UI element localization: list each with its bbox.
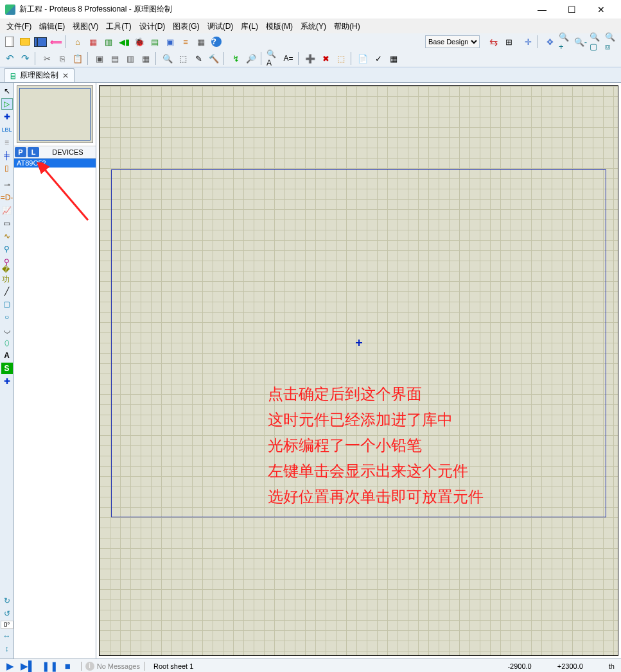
wire-autoroute-button[interactable]: ↯ <box>229 51 243 65</box>
swap-sheet-button[interactable]: ⇆ <box>486 35 500 49</box>
terminals-button[interactable]: ⊸ <box>1 179 13 191</box>
source-code-button[interactable]: ◀▮ <box>117 35 131 49</box>
menu-template[interactable]: 模版(M) <box>262 20 297 33</box>
component-mode-button[interactable]: ▷ <box>1 98 13 110</box>
new-sheet-button[interactable]: ➕ <box>303 51 317 65</box>
text-2d-button[interactable]: A <box>1 350 13 361</box>
sim-step-button[interactable]: ▶▌ <box>21 660 35 672</box>
new-file-button[interactable] <box>3 35 17 49</box>
block-copy-button[interactable]: ▣ <box>92 51 107 65</box>
line-2d-button[interactable]: ╱ <box>1 286 13 297</box>
design-select[interactable]: Base Design <box>425 35 480 48</box>
zoom-out-button[interactable]: 🔍- <box>573 35 588 49</box>
rotate-cw-button[interactable]: ↻ <box>1 595 13 607</box>
rotate-ccw-button[interactable]: ↺ <box>1 608 13 619</box>
voltage-probe-button[interactable]: ⚲ <box>1 243 13 255</box>
undo-button[interactable]: ↶ <box>3 51 17 65</box>
sim-pause-button[interactable]: ❚❚ <box>42 660 58 672</box>
block-delete-button[interactable]: ▦ <box>139 51 153 65</box>
device-item[interactable]: AT89C52 <box>14 159 96 168</box>
block-rotate-button[interactable]: ▥ <box>123 51 137 65</box>
messages-text[interactable]: No Messages <box>97 662 140 670</box>
zoom-area-button[interactable]: 🔍⧈ <box>604 35 618 49</box>
property-assign-button[interactable]: A= <box>281 51 295 65</box>
design-explorer-button[interactable]: ▤ <box>148 35 162 49</box>
help-button[interactable]: ? <box>209 35 223 49</box>
bill-of-materials-button[interactable]: 📄 <box>356 51 370 65</box>
erc-button[interactable]: ✓ <box>371 51 385 65</box>
libraries-button[interactable]: L <box>28 147 39 157</box>
generator-mode-button[interactable]: ∿ <box>1 230 13 242</box>
menu-edit[interactable]: 编辑(E) <box>35 20 69 33</box>
find-text-button[interactable]: 🔍A <box>266 51 280 65</box>
menu-tools[interactable]: 工具(T) <box>102 20 135 33</box>
subcircuit-button[interactable]: ▯ <box>1 162 13 174</box>
menu-help[interactable]: 帮助(H) <box>330 20 364 33</box>
tab-close-button[interactable]: ✕ <box>61 71 70 80</box>
close-project-button[interactable]: ⟸ <box>49 35 63 49</box>
grid-button[interactable]: ⊞ <box>502 35 516 49</box>
decompose-button[interactable]: 🔨 <box>207 51 221 65</box>
save-button[interactable] <box>33 35 48 49</box>
3d-view-button[interactable]: ▣ <box>163 35 177 49</box>
origin-button[interactable]: ✛ <box>521 35 535 49</box>
block-move-button[interactable]: ▤ <box>108 51 122 65</box>
sim-play-button[interactable]: ▶ <box>6 660 14 672</box>
graph-mode-button[interactable]: 📈 <box>1 205 13 216</box>
menu-library[interactable]: 库(L) <box>237 20 262 33</box>
open-file-button[interactable] <box>18 35 32 49</box>
selection-mode-button[interactable]: ↖ <box>1 85 13 97</box>
debug-button[interactable]: 🐞 <box>132 35 146 49</box>
arc-2d-button[interactable]: ◡ <box>1 324 13 336</box>
exit-to-parent-button[interactable]: ⬚ <box>334 51 348 65</box>
zoom-in-button[interactable]: 🔍+ <box>558 35 572 49</box>
box-2d-button[interactable]: ▢ <box>1 298 13 310</box>
menu-file[interactable]: 文件(F) <box>3 20 35 33</box>
home-button[interactable]: ⌂ <box>71 35 85 49</box>
symbol-2d-button[interactable]: S <box>1 363 13 374</box>
junction-mode-button[interactable]: ✚ <box>1 111 13 123</box>
device-pins-button[interactable]: =D- <box>1 192 13 203</box>
marker-2d-button[interactable]: ✚ <box>1 375 13 387</box>
gerber-button[interactable]: ≡ <box>179 35 193 49</box>
pan-button[interactable]: ✥ <box>543 35 557 49</box>
bom-button[interactable]: ▦ <box>194 35 208 49</box>
menu-graph[interactable]: 图表(G) <box>169 20 203 33</box>
netlist-button[interactable]: ▦ <box>387 51 401 65</box>
flip-horizontal-button[interactable]: ↔ <box>1 630 13 642</box>
wire-label-button[interactable]: LBL <box>1 124 13 135</box>
menu-design[interactable]: 设计(D) <box>136 20 170 33</box>
menu-view[interactable]: 视图(V) <box>69 20 102 33</box>
search-button[interactable]: 🔎 <box>244 51 258 65</box>
zoom-fit-button[interactable]: 🔍▢ <box>589 35 603 49</box>
cut-button[interactable]: ✂ <box>40 51 54 65</box>
device-list[interactable]: AT89C52 <box>14 159 96 659</box>
close-button[interactable]: ✕ <box>586 0 616 19</box>
canvas-area[interactable]: 点击确定后到这个界面 这时元件已经添加进了库中 光标编程了一个小铅笔 左键单击会… <box>96 83 621 659</box>
text-script-button[interactable]: ≡ <box>1 137 13 148</box>
menu-system[interactable]: 系统(Y) <box>297 20 330 33</box>
schematic-tab-button[interactable]: ▦ <box>86 35 100 49</box>
maximize-button[interactable]: ☐ <box>557 0 586 19</box>
pick-button[interactable]: 🔍 <box>161 51 175 65</box>
paste-button[interactable]: 📋 <box>71 51 85 65</box>
overview-panel[interactable] <box>17 85 93 143</box>
tab-schematic[interactable]: ⌸ 原理图绘制 ✕ <box>4 68 74 82</box>
virtual-instruments-button[interactable]: �功 <box>1 269 13 280</box>
minimize-button[interactable]: — <box>527 0 557 19</box>
redo-button[interactable]: ↷ <box>18 51 32 65</box>
flip-vertical-button[interactable]: ↕ <box>1 643 13 655</box>
circle-2d-button[interactable]: ○ <box>1 311 13 323</box>
design-variant-selector[interactable]: Base Design <box>425 35 480 48</box>
remove-sheet-button[interactable]: ✖ <box>319 51 333 65</box>
rotation-angle[interactable]: 0° <box>1 621 13 629</box>
tape-recorder-button[interactable]: ▭ <box>1 218 13 229</box>
packaging-button[interactable]: ✎ <box>191 51 206 65</box>
path-2d-button[interactable]: ⬯ <box>1 337 13 349</box>
sim-stop-button[interactable]: ■ <box>65 660 71 672</box>
schematic-canvas[interactable]: 点击确定后到这个界面 这时元件已经添加进了库中 光标编程了一个小铅笔 左键单击会… <box>99 85 618 656</box>
pcb-tab-button[interactable]: ▥ <box>101 35 116 49</box>
menu-debug[interactable]: 调试(D) <box>204 20 238 33</box>
pick-devices-button[interactable]: P <box>15 147 26 157</box>
bus-mode-button[interactable]: ╪ <box>1 150 13 161</box>
